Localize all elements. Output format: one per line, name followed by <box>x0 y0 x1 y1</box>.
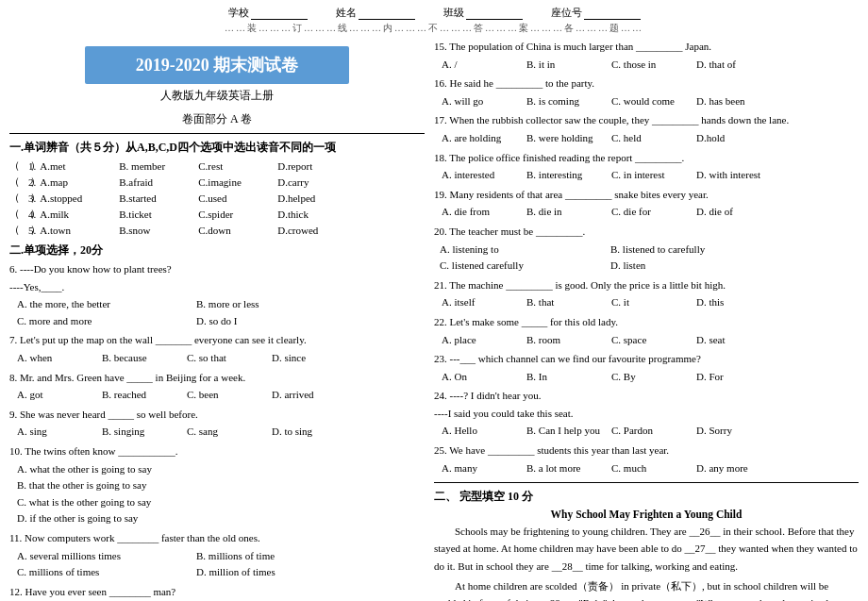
q-option: B. it in <box>526 57 602 74</box>
question-block: 10. The twins often know ___________.A. … <box>9 443 425 527</box>
q-option: C. sang <box>187 424 262 441</box>
q-option: C. would come <box>611 93 687 110</box>
vocab-num: 1. <box>28 160 36 172</box>
q-option: A. die from <box>442 204 517 221</box>
questions-right: 15. The population of China is much larg… <box>434 39 859 476</box>
seat-field: 座位号 <box>551 6 641 20</box>
q-stem: 10. The twins often know ___________. <box>9 443 425 460</box>
q-stem: 18. The police office finished reading t… <box>434 150 859 167</box>
q-option: D. seat <box>696 332 772 349</box>
vocab-row: （ ） 3. A.stoppedB.startedC.usedD.helped <box>9 191 425 205</box>
name-field: 姓名 <box>336 6 415 20</box>
q-stem: 11. Now computers work ________ faster t… <box>9 530 425 547</box>
q-option: A. Hello <box>442 423 517 440</box>
option-pair: A. the more, the better B. more or less <box>9 296 425 313</box>
q-options: A. manyB. a lot moreC. muchD. any more <box>434 460 859 477</box>
passage-paragraph: At home children are scolded（责备） in priv… <box>434 577 859 601</box>
q-option: A. many <box>442 460 517 477</box>
q-option: D. any more <box>696 460 772 477</box>
vocab-option: B.ticket <box>119 209 194 220</box>
q-option: D. so do I <box>196 313 237 330</box>
q-option: C. in interest <box>611 167 687 184</box>
cut-line: ……装………订………线………内………不………答………案………各………题…… <box>9 22 859 35</box>
passage-paragraph: Schools may be frightening to young chil… <box>434 523 859 574</box>
paren: （ ） <box>9 191 25 205</box>
question-block: 24. ----? I didn't hear you.----I said y… <box>434 388 859 440</box>
divider <box>9 133 425 134</box>
q-stem: 23. ---___ which channel can we find our… <box>434 351 859 368</box>
school-label: 学校 <box>228 6 249 20</box>
question-block: 16. He said he _________ to the party.A.… <box>434 75 859 109</box>
q-option: B. Can I help you <box>526 423 602 440</box>
q-options: A. listening to B. listened to carefully… <box>434 242 859 275</box>
q-option: A. the more, the better <box>17 296 177 313</box>
q-option: C. more and more <box>17 313 177 330</box>
q-stem: 6. ----Do you know how to plant trees? <box>9 261 425 278</box>
exam-subtitle: 人教版九年级英语上册 <box>9 88 425 104</box>
vocab-option: A.met <box>40 160 115 172</box>
vocab-num: 3. <box>28 192 36 204</box>
vocab-option: B.started <box>119 192 194 204</box>
question-block: 15. The population of China is much larg… <box>434 39 859 73</box>
vocab-option: A.stopped <box>40 192 115 204</box>
vocab-option: B. member <box>119 160 194 172</box>
q-stem: 25. We have _________ students this year… <box>434 442 859 459</box>
q-option: B. were holding <box>526 130 602 147</box>
class-field: 班级 <box>443 6 523 20</box>
q-option: D. listen <box>610 258 645 275</box>
q-option: D. with interest <box>696 167 772 184</box>
q-option: D. million of times <box>196 564 275 581</box>
q-option: B. millions of time <box>196 548 275 565</box>
q-options: A. are holdingB. were holdingC. heldD.ho… <box>434 130 859 147</box>
q-option: A. several millions times <box>17 548 177 565</box>
q-stem: 16. He said he _________ to the party. <box>434 75 859 92</box>
question-block: 20. The teacher must be _________. A. li… <box>434 224 859 275</box>
paren: （ ） <box>9 159 25 173</box>
q-option: A. got <box>17 387 92 404</box>
question-block: 9. She was never heard _____ so well bef… <box>9 407 425 441</box>
q-option: D. has been <box>696 93 772 110</box>
vocab-num: 2. <box>28 176 36 188</box>
vocab-row: （ ） 4. A.milkB.ticketC.spiderD.thick <box>9 207 425 221</box>
q-options: A. itselfB. thatC. itD. this <box>434 294 859 311</box>
q-option: C. space <box>611 332 687 349</box>
q-option: C. been <box>187 387 262 404</box>
q-options: A. OnB. InC. ByD. For <box>434 369 859 386</box>
q-stem2: ----Yes,____. <box>9 279 425 296</box>
vocab-option: D.helped <box>277 192 353 204</box>
section-label: 卷面部分 A 卷 <box>9 111 425 127</box>
q-option: D. die of <box>696 204 772 221</box>
q-option: C. held <box>611 130 687 147</box>
q-stem: 8. Mr. and Mrs. Green have _____ in Beij… <box>9 370 425 387</box>
question-block: 6. ----Do you know how to plant trees?--… <box>9 261 425 329</box>
question-block: 17. When the rubbish collector saw the c… <box>434 112 859 146</box>
question-block: 7. Let's put up the map on the wall ____… <box>9 332 425 366</box>
q-option: C. listened carefully <box>440 258 595 275</box>
q-option: D. that of <box>696 57 772 74</box>
vocab-row: （ ） 5. A.townB.snowC.downD.crowed <box>9 223 425 237</box>
question-block: 19. Many residents of that area ________… <box>434 187 859 221</box>
q-option: C. much <box>611 460 687 477</box>
vocab-option: C.imagine <box>198 176 274 188</box>
paren: （ ） <box>9 223 25 237</box>
question-block: 8. Mr. and Mrs. Green have _____ in Beij… <box>9 370 425 404</box>
option-pair: A. several millions times B. millions of… <box>9 548 425 565</box>
passage-area: Schools may be frightening to young chil… <box>434 523 859 601</box>
q-option: C. so that <box>187 350 262 367</box>
q-option: C. it <box>611 294 687 311</box>
q-options: A. whenB. becauseC. so thatD. since <box>9 350 425 367</box>
q-option: A. listening to <box>440 242 595 259</box>
vocab-option: A.map <box>40 176 115 188</box>
vocab-option: D.report <box>277 160 353 172</box>
vocab-option: D.crowed <box>277 225 353 236</box>
q-option: D. since <box>272 350 347 367</box>
class-label: 班级 <box>443 6 464 20</box>
school-field: 学校 <box>228 6 308 20</box>
q-option: A. On <box>442 369 517 386</box>
seat-label: 座位号 <box>551 6 582 20</box>
q-option: B. room <box>526 332 602 349</box>
q-options: A. die fromB. die inC. die forD. die of <box>434 204 859 221</box>
q-options: A. the more, the better B. more or less … <box>9 296 425 329</box>
q-option: B. listened to carefully <box>610 242 705 259</box>
vocab-option: C.used <box>198 192 274 204</box>
